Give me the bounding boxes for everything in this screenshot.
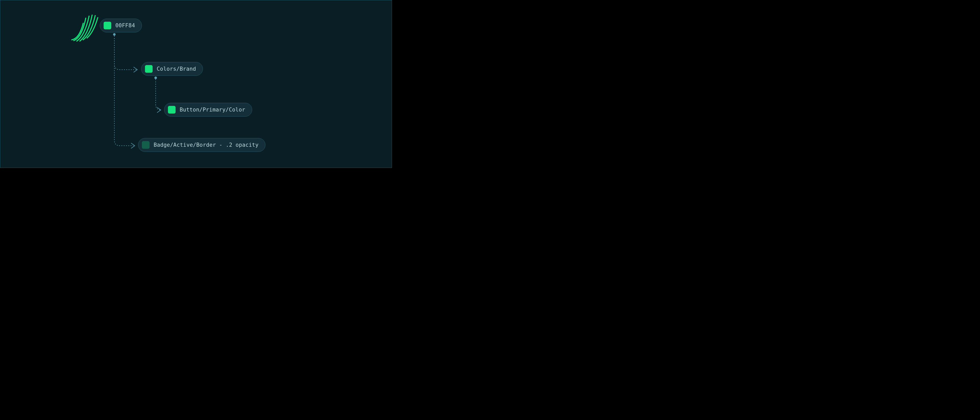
color-swatch	[168, 106, 176, 113]
token-label: Badge/Active/Border - .2 opacity	[154, 142, 259, 148]
token-node-badge[interactable]: Badge/Active/Border - .2 opacity	[138, 138, 266, 152]
color-swatch	[145, 65, 153, 73]
token-label: Colors/Brand	[157, 66, 196, 72]
token-node-button[interactable]: Button/Primary/Color	[164, 103, 252, 117]
diagram-canvas: 00FF84 Colors/Brand Button/Primary/Color…	[0, 0, 392, 168]
svg-point-0	[113, 33, 116, 36]
token-label: Button/Primary/Color	[180, 107, 245, 113]
token-node-brand[interactable]: Colors/Brand	[141, 62, 203, 76]
svg-point-1	[154, 76, 157, 80]
annotation-scribble	[69, 13, 100, 44]
token-node-root[interactable]: 00FF84	[100, 19, 142, 32]
color-swatch	[103, 22, 111, 29]
color-swatch	[142, 141, 150, 149]
token-label: 00FF84	[115, 22, 135, 29]
